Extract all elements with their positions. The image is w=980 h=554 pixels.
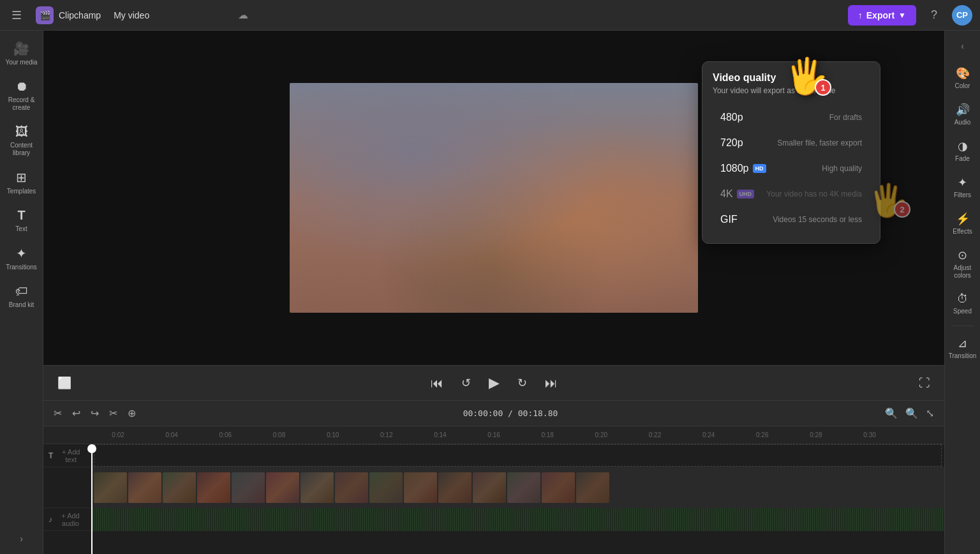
timeline-ruler: 0:02 0:04 0:06 0:08 0:10 0:12 0:14 0:16 … (43, 426, 944, 444)
ruler-mark: 0:20 (574, 431, 628, 438)
sidebar-label-content-library: Contentlibrary (10, 142, 33, 157)
right-sidebar-divider (951, 326, 974, 326)
ruler-mark: 0:04 (145, 431, 198, 438)
sidebar-label-your-media: Your media (5, 59, 37, 66)
sidebar-label-text: Text (15, 225, 27, 233)
video-frame (290, 83, 698, 313)
video-title-input[interactable] (108, 8, 230, 23)
center-area: 🖐 1 Video quality Your video will export… (43, 31, 944, 554)
right-item-fade[interactable]: ◑ Fade (947, 134, 978, 168)
sidebar-label-templates: Templates (7, 188, 36, 195)
right-collapse-button[interactable]: ‹ (956, 36, 969, 56)
video-track-label (43, 467, 91, 472)
video-thumbnail (335, 472, 368, 503)
next-button[interactable]: ⏭ (541, 372, 561, 394)
right-item-adjust-colors[interactable]: ⊙ Adjustcolors (947, 243, 978, 285)
logo-icon: 🎬 (36, 6, 54, 24)
audio-icon: 🔊 (956, 103, 970, 117)
quality-option-gif[interactable]: GIF Videos 15 seconds or less (713, 207, 870, 232)
sidebar-label-transitions: Transitions (6, 264, 37, 271)
video-thumbnail (128, 472, 161, 503)
rewind-button[interactable]: ↺ (457, 372, 475, 394)
zoom-in-button[interactable]: 🔍 (903, 405, 921, 422)
hamburger-button[interactable]: ☰ (8, 4, 26, 26)
quality-option-480p[interactable]: 480p For drafts (713, 105, 870, 130)
quality-dropdown-title: Video quality (713, 72, 870, 84)
playhead (91, 444, 93, 554)
play-button[interactable]: ▶ (485, 371, 503, 395)
sidebar-item-transitions[interactable]: ✦ Transitions (3, 241, 41, 276)
redo-button[interactable]: ↪ (88, 405, 101, 422)
video-thumbnail (438, 472, 471, 503)
badge-uhd: UHD (737, 190, 755, 198)
ruler-mark: 0:14 (413, 431, 467, 438)
ruler-mark: 0:28 (789, 431, 843, 438)
add-button[interactable]: ⊕ (125, 405, 138, 422)
content-library-icon: 🖼 (15, 124, 28, 139)
quality-option-1080p[interactable]: 1080p HD High quality (713, 156, 870, 181)
sidebar-item-record-create[interactable]: ⏺ Record &create (3, 74, 41, 117)
captions-button[interactable]: ⬜ (54, 372, 75, 394)
right-item-audio[interactable]: 🔊 Audio (947, 98, 978, 131)
add-audio-button[interactable]: + Add audio (55, 512, 86, 527)
text-icon: T (17, 208, 25, 223)
quality-option-4k[interactable]: 4K UHD Your video has no 4K media 🖐 2 (713, 182, 870, 206)
video-thumbnail (369, 472, 403, 503)
sidebar-item-templates[interactable]: ⊞ Templates (3, 165, 41, 200)
cut-button[interactable]: ✂ (107, 405, 120, 422)
right-item-transition[interactable]: ⊿ Transition (947, 331, 978, 365)
speed-icon: ⏱ (957, 292, 969, 306)
quality-option-720p[interactable]: 720p Smaller file, faster export (713, 131, 870, 155)
ruler-mark: 0:16 (467, 431, 521, 438)
video-track-content (91, 467, 944, 508)
avatar[interactable]: CP (952, 5, 972, 26)
effects-icon: ⚡ (956, 212, 970, 226)
video-track-row (43, 467, 944, 508)
help-button[interactable]: ? (924, 5, 944, 26)
ruler-mark: 0:06 (198, 431, 252, 438)
sidebar-item-brand-kit[interactable]: 🏷 Brand kit (3, 279, 41, 314)
right-item-speed[interactable]: ⏱ Speed (947, 287, 978, 320)
prev-button[interactable]: ⏮ (427, 372, 447, 394)
main-layout: 🎥 Your media ⏺ Record &create 🖼 Contentl… (0, 31, 980, 554)
ruler-mark: 0:24 (682, 431, 736, 438)
audio-track-row: ♪ + Add audio (43, 508, 944, 531)
video-thumbnail (197, 472, 230, 503)
controls-bar: ⬜ ⏮ ↺ ▶ ↻ ⏭ ⛶ (43, 365, 944, 401)
undo-button[interactable]: ↩ (70, 405, 83, 422)
fullscreen-button[interactable]: ⛶ (915, 373, 934, 394)
right-label-fade: Fade (955, 155, 970, 163)
fit-button[interactable]: ⤡ (923, 405, 937, 422)
select-tool-button[interactable]: ✂ (51, 405, 64, 422)
topbar-right: ↑ Export ▼ ? CP (848, 5, 972, 26)
sidebar-item-text[interactable]: T Text (3, 203, 41, 238)
right-item-effects[interactable]: ⚡ Effects (947, 207, 978, 241)
right-item-color[interactable]: 🎨 Color (947, 61, 978, 95)
video-thumbnail (232, 472, 265, 503)
cursor-overlay-2: 🖐 2 (868, 182, 908, 219)
adjust-colors-icon: ⊙ (958, 248, 967, 262)
export-button[interactable]: ↑ Export ▼ (848, 5, 916, 26)
timeline-tracks: T + Add text (43, 444, 944, 554)
timeline-toolbar: ✂ ↩ ↪ ✂ ⊕ 00:00:00 / 00:18.80 🔍 🔍 ⤡ (43, 401, 944, 426)
right-label-filters: Filters (954, 191, 971, 199)
right-item-filters[interactable]: ✦ Filters (947, 170, 978, 204)
forward-button[interactable]: ↻ (514, 372, 531, 394)
add-text-button[interactable]: + Add text (56, 448, 86, 463)
sidebar-collapse-button[interactable]: › (3, 528, 41, 549)
video-thumbnail (473, 472, 506, 503)
zoom-out-button[interactable]: 🔍 (882, 405, 900, 422)
quality-desc-1080p: High quality (822, 164, 862, 173)
sidebar-item-your-media[interactable]: 🎥 Your media (3, 36, 41, 71)
export-label: Export (866, 10, 895, 20)
video-thumbnail (266, 472, 299, 503)
quality-name-1080p: 1080p HD (720, 163, 766, 174)
cursor-2-badge: 2 (894, 201, 910, 218)
ruler-mark: 0:02 (91, 431, 145, 438)
sidebar-item-content-library[interactable]: 🖼 Contentlibrary (3, 119, 41, 162)
add-text-label: + Add text (62, 448, 80, 463)
filters-icon: ✦ (958, 176, 967, 190)
app-name: Clipchamp (59, 10, 101, 20)
right-label-transition: Transition (949, 352, 977, 360)
ruler-mark: 0:08 (252, 431, 306, 438)
